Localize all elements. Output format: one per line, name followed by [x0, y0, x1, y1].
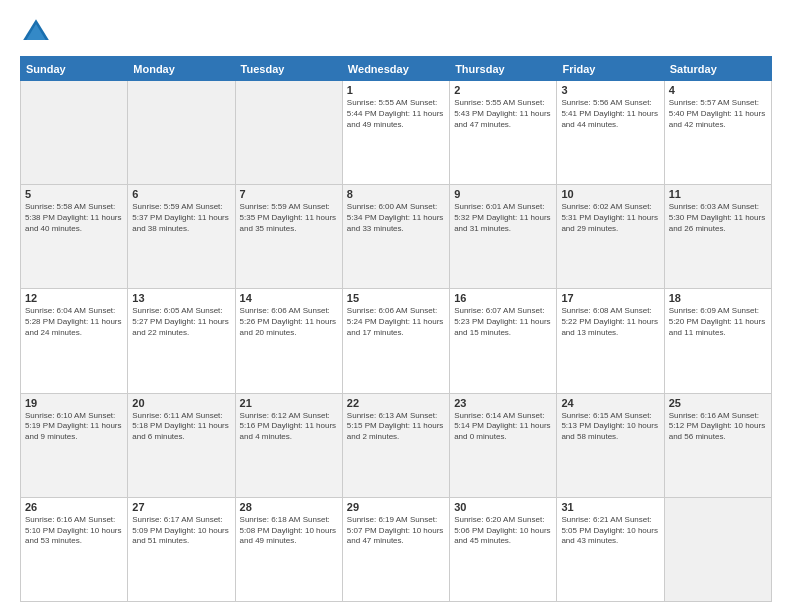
calendar-cell: 8Sunrise: 6:00 AM Sunset: 5:34 PM Daylig… [342, 185, 449, 289]
day-number: 3 [561, 84, 659, 96]
day-number: 12 [25, 292, 123, 304]
week-row-4: 19Sunrise: 6:10 AM Sunset: 5:19 PM Dayli… [21, 393, 772, 497]
day-info: Sunrise: 6:11 AM Sunset: 5:18 PM Dayligh… [132, 411, 230, 443]
calendar-cell: 11Sunrise: 6:03 AM Sunset: 5:30 PM Dayli… [664, 185, 771, 289]
day-info: Sunrise: 6:10 AM Sunset: 5:19 PM Dayligh… [25, 411, 123, 443]
calendar-cell: 19Sunrise: 6:10 AM Sunset: 5:19 PM Dayli… [21, 393, 128, 497]
day-number: 28 [240, 501, 338, 513]
week-row-3: 12Sunrise: 6:04 AM Sunset: 5:28 PM Dayli… [21, 289, 772, 393]
calendar-cell: 10Sunrise: 6:02 AM Sunset: 5:31 PM Dayli… [557, 185, 664, 289]
day-info: Sunrise: 6:14 AM Sunset: 5:14 PM Dayligh… [454, 411, 552, 443]
weekday-header-thursday: Thursday [450, 57, 557, 81]
calendar-cell: 9Sunrise: 6:01 AM Sunset: 5:32 PM Daylig… [450, 185, 557, 289]
page: SundayMondayTuesdayWednesdayThursdayFrid… [0, 0, 792, 612]
day-info: Sunrise: 6:04 AM Sunset: 5:28 PM Dayligh… [25, 306, 123, 338]
day-number: 15 [347, 292, 445, 304]
calendar-cell [128, 81, 235, 185]
day-number: 16 [454, 292, 552, 304]
calendar-cell: 26Sunrise: 6:16 AM Sunset: 5:10 PM Dayli… [21, 497, 128, 601]
day-info: Sunrise: 6:21 AM Sunset: 5:05 PM Dayligh… [561, 515, 659, 547]
day-info: Sunrise: 6:01 AM Sunset: 5:32 PM Dayligh… [454, 202, 552, 234]
weekday-header-tuesday: Tuesday [235, 57, 342, 81]
day-number: 25 [669, 397, 767, 409]
calendar-cell: 18Sunrise: 6:09 AM Sunset: 5:20 PM Dayli… [664, 289, 771, 393]
day-number: 9 [454, 188, 552, 200]
week-row-2: 5Sunrise: 5:58 AM Sunset: 5:38 PM Daylig… [21, 185, 772, 289]
day-info: Sunrise: 5:57 AM Sunset: 5:40 PM Dayligh… [669, 98, 767, 130]
calendar-cell: 7Sunrise: 5:59 AM Sunset: 5:35 PM Daylig… [235, 185, 342, 289]
day-number: 2 [454, 84, 552, 96]
week-row-5: 26Sunrise: 6:16 AM Sunset: 5:10 PM Dayli… [21, 497, 772, 601]
day-info: Sunrise: 6:19 AM Sunset: 5:07 PM Dayligh… [347, 515, 445, 547]
calendar-cell: 4Sunrise: 5:57 AM Sunset: 5:40 PM Daylig… [664, 81, 771, 185]
day-info: Sunrise: 6:02 AM Sunset: 5:31 PM Dayligh… [561, 202, 659, 234]
day-number: 13 [132, 292, 230, 304]
calendar-cell: 20Sunrise: 6:11 AM Sunset: 5:18 PM Dayli… [128, 393, 235, 497]
weekday-header-saturday: Saturday [664, 57, 771, 81]
day-number: 6 [132, 188, 230, 200]
header [20, 16, 772, 48]
weekday-header-row: SundayMondayTuesdayWednesdayThursdayFrid… [21, 57, 772, 81]
calendar-cell: 2Sunrise: 5:55 AM Sunset: 5:43 PM Daylig… [450, 81, 557, 185]
day-number: 11 [669, 188, 767, 200]
calendar-cell: 24Sunrise: 6:15 AM Sunset: 5:13 PM Dayli… [557, 393, 664, 497]
weekday-header-sunday: Sunday [21, 57, 128, 81]
calendar-cell: 30Sunrise: 6:20 AM Sunset: 5:06 PM Dayli… [450, 497, 557, 601]
day-info: Sunrise: 6:18 AM Sunset: 5:08 PM Dayligh… [240, 515, 338, 547]
day-number: 17 [561, 292, 659, 304]
day-info: Sunrise: 6:16 AM Sunset: 5:10 PM Dayligh… [25, 515, 123, 547]
calendar-cell: 17Sunrise: 6:08 AM Sunset: 5:22 PM Dayli… [557, 289, 664, 393]
calendar-cell [21, 81, 128, 185]
weekday-header-monday: Monday [128, 57, 235, 81]
calendar-cell: 3Sunrise: 5:56 AM Sunset: 5:41 PM Daylig… [557, 81, 664, 185]
day-number: 24 [561, 397, 659, 409]
day-info: Sunrise: 5:59 AM Sunset: 5:35 PM Dayligh… [240, 202, 338, 234]
day-info: Sunrise: 6:20 AM Sunset: 5:06 PM Dayligh… [454, 515, 552, 547]
day-info: Sunrise: 6:15 AM Sunset: 5:13 PM Dayligh… [561, 411, 659, 443]
calendar-cell: 15Sunrise: 6:06 AM Sunset: 5:24 PM Dayli… [342, 289, 449, 393]
calendar-cell: 16Sunrise: 6:07 AM Sunset: 5:23 PM Dayli… [450, 289, 557, 393]
day-info: Sunrise: 6:00 AM Sunset: 5:34 PM Dayligh… [347, 202, 445, 234]
day-number: 7 [240, 188, 338, 200]
calendar-cell: 13Sunrise: 6:05 AM Sunset: 5:27 PM Dayli… [128, 289, 235, 393]
day-info: Sunrise: 6:05 AM Sunset: 5:27 PM Dayligh… [132, 306, 230, 338]
day-info: Sunrise: 5:56 AM Sunset: 5:41 PM Dayligh… [561, 98, 659, 130]
calendar-cell: 21Sunrise: 6:12 AM Sunset: 5:16 PM Dayli… [235, 393, 342, 497]
day-number: 26 [25, 501, 123, 513]
day-number: 31 [561, 501, 659, 513]
day-number: 22 [347, 397, 445, 409]
day-info: Sunrise: 6:12 AM Sunset: 5:16 PM Dayligh… [240, 411, 338, 443]
day-number: 19 [25, 397, 123, 409]
calendar-cell: 28Sunrise: 6:18 AM Sunset: 5:08 PM Dayli… [235, 497, 342, 601]
day-number: 29 [347, 501, 445, 513]
day-number: 30 [454, 501, 552, 513]
day-info: Sunrise: 6:16 AM Sunset: 5:12 PM Dayligh… [669, 411, 767, 443]
calendar-cell: 6Sunrise: 5:59 AM Sunset: 5:37 PM Daylig… [128, 185, 235, 289]
day-number: 1 [347, 84, 445, 96]
day-info: Sunrise: 6:03 AM Sunset: 5:30 PM Dayligh… [669, 202, 767, 234]
day-number: 21 [240, 397, 338, 409]
calendar-cell: 1Sunrise: 5:55 AM Sunset: 5:44 PM Daylig… [342, 81, 449, 185]
day-info: Sunrise: 6:06 AM Sunset: 5:24 PM Dayligh… [347, 306, 445, 338]
day-info: Sunrise: 6:06 AM Sunset: 5:26 PM Dayligh… [240, 306, 338, 338]
calendar-cell: 31Sunrise: 6:21 AM Sunset: 5:05 PM Dayli… [557, 497, 664, 601]
day-number: 10 [561, 188, 659, 200]
calendar-cell: 27Sunrise: 6:17 AM Sunset: 5:09 PM Dayli… [128, 497, 235, 601]
day-info: Sunrise: 6:07 AM Sunset: 5:23 PM Dayligh… [454, 306, 552, 338]
day-number: 5 [25, 188, 123, 200]
calendar-cell: 14Sunrise: 6:06 AM Sunset: 5:26 PM Dayli… [235, 289, 342, 393]
day-info: Sunrise: 5:55 AM Sunset: 5:43 PM Dayligh… [454, 98, 552, 130]
day-number: 4 [669, 84, 767, 96]
week-row-1: 1Sunrise: 5:55 AM Sunset: 5:44 PM Daylig… [21, 81, 772, 185]
calendar-cell: 23Sunrise: 6:14 AM Sunset: 5:14 PM Dayli… [450, 393, 557, 497]
calendar-table: SundayMondayTuesdayWednesdayThursdayFrid… [20, 56, 772, 602]
day-number: 8 [347, 188, 445, 200]
weekday-header-wednesday: Wednesday [342, 57, 449, 81]
day-info: Sunrise: 5:58 AM Sunset: 5:38 PM Dayligh… [25, 202, 123, 234]
day-info: Sunrise: 5:55 AM Sunset: 5:44 PM Dayligh… [347, 98, 445, 130]
calendar-cell [235, 81, 342, 185]
logo [20, 16, 56, 48]
day-number: 20 [132, 397, 230, 409]
weekday-header-friday: Friday [557, 57, 664, 81]
day-info: Sunrise: 5:59 AM Sunset: 5:37 PM Dayligh… [132, 202, 230, 234]
